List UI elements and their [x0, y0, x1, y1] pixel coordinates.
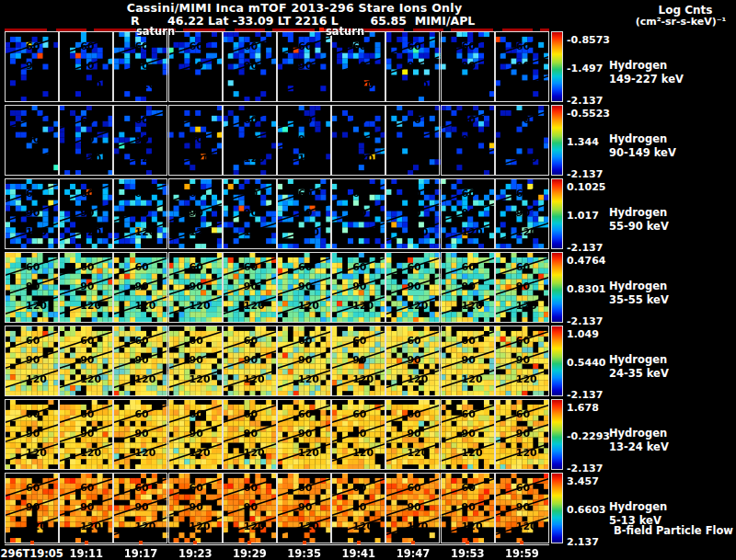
energy-panel-24-35-kev: 1.049 0.5440 -2.137 Hydrogen 24-35 keV	[0, 326, 736, 396]
species-label: Hydrogen	[609, 132, 667, 145]
colorbar-mid-label: 1.344	[567, 136, 599, 148]
red-tick-mark	[30, 541, 34, 544]
species-label: Hydrogen	[609, 206, 667, 219]
page-title: Cassini/MIMI Inca mTOF 2013-296 Stare Io…	[0, 1, 589, 15]
energy-panel-5-13-kev: 3.457 0.6603 2.137 Hydrogen 5-13 keV B-f…	[0, 473, 736, 543]
energy-range-label: 149-227 keV	[609, 73, 684, 86]
energy-panel-90-149-kev: -0.5523 1.344 -2.137 Hydrogen 90-149 keV	[0, 105, 736, 176]
red-tick-mark	[520, 541, 523, 544]
red-tick-mark	[193, 541, 197, 544]
colorbar-mid-label: 1.017	[567, 210, 599, 222]
colorbar-min-label: 2.137	[567, 536, 599, 548]
energy-range-label: 24-35 keV	[609, 367, 669, 380]
page-subtitle: R 46.22 Lat -33.09 LT 2216 L 65.85 MIMI/…	[131, 14, 475, 28]
heatmap-row	[5, 178, 549, 249]
colorbar	[551, 252, 563, 323]
energy-range-label: 13-24 keV	[609, 440, 669, 453]
colorbar-units-line1: Log Cnts	[639, 4, 731, 17]
colorbar-max-label: 1.678	[567, 402, 599, 414]
inca-spectrogram-screen: Cassini/MIMI Inca mTOF 2013-296 Stare Io…	[0, 0, 736, 560]
colorbar-max-label: 3.457	[567, 475, 599, 487]
species-label: Hydrogen	[609, 427, 667, 440]
heatmap-row	[5, 326, 549, 396]
colorbar	[551, 326, 563, 396]
heatmap-row	[5, 473, 549, 543]
species-label: Hydrogen	[609, 59, 667, 72]
red-tick-mark	[139, 541, 143, 544]
heatmap-row	[5, 252, 549, 323]
energy-range-label: 35-55 keV	[609, 293, 669, 306]
colorbar	[551, 31, 563, 102]
energy-range-label: 55-90 keV	[609, 220, 669, 233]
red-tick-mark	[411, 541, 415, 544]
colorbar	[551, 178, 563, 249]
time-axis-line	[5, 544, 549, 545]
colorbar-mid-label: -0.2293	[567, 430, 610, 442]
bfield-note-label: B-field Particle Flow	[552, 524, 733, 537]
saturn-direction-label: saturn	[326, 25, 364, 38]
red-tick-mark	[357, 541, 361, 544]
red-tick-mark	[85, 541, 88, 544]
species-label: Hydrogen	[609, 280, 667, 292]
time-tick-label: 19:59	[480, 547, 563, 560]
colorbar	[551, 399, 563, 470]
colorbar-mid-label: 0.5440	[567, 357, 605, 369]
energy-panel-55-90-kev: 0.1025 1.017 -2.137 Hydrogen 55-90 keV	[0, 178, 736, 249]
colorbar-units-line2: (cm²-sr-s-keV)⁻¹	[626, 16, 736, 28]
energy-range-label: 90-149 keV	[609, 146, 676, 159]
species-label: Hydrogen	[609, 353, 667, 366]
red-tick-mark	[303, 541, 306, 544]
colorbar-max-label: 1.049	[567, 328, 599, 340]
colorbar-max-label: -0.5523	[567, 108, 610, 120]
red-tick-mark	[247, 541, 251, 544]
colorbar-max-label: 0.4764	[567, 255, 605, 267]
colorbar-mid-label: -1.497	[567, 63, 603, 74]
red-tick-mark	[466, 541, 469, 544]
species-label: Hydrogen	[609, 500, 667, 513]
saturn-direction-label: saturn	[136, 25, 175, 38]
heatmap-row	[5, 105, 549, 176]
energy-panel-13-24-kev: 1.678 -0.2293 -2.137 Hydrogen 13-24 keV	[0, 399, 736, 470]
heatmap-row	[5, 399, 549, 470]
saturn-marker-icon	[319, 28, 324, 31]
energy-panel-35-55-kev: 0.4764 0.8301 -2.137 Hydrogen 35-55 keV	[0, 252, 736, 323]
energy-panel-149-227-kev: -0.8573 -1.497 -2.137 Hydrogen 149-227 k…	[0, 31, 736, 102]
colorbar	[551, 105, 563, 176]
heatmap-row	[5, 31, 549, 102]
colorbar-max-label: -0.8573	[567, 34, 610, 46]
colorbar-mid-label: 0.6603	[567, 504, 605, 516]
colorbar-mid-label: 0.8301	[567, 283, 605, 295]
colorbar-max-label: 0.1025	[567, 181, 605, 193]
